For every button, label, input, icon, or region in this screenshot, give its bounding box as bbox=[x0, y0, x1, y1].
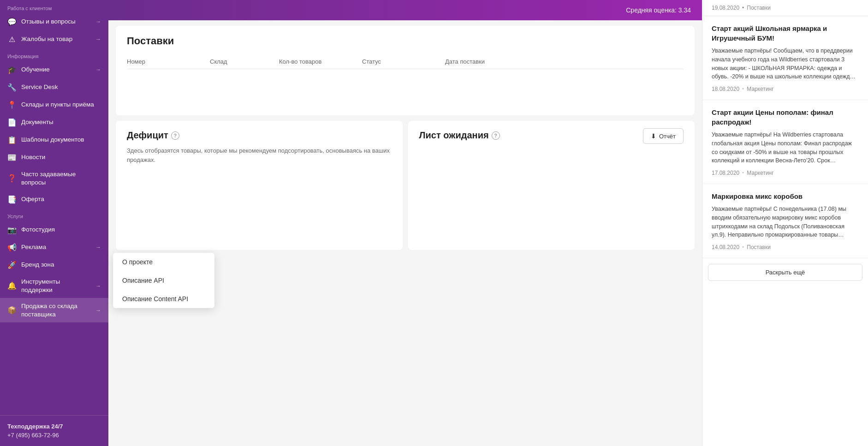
supplies-table-empty bbox=[127, 69, 684, 106]
sidebar-item-faq[interactable]: ❓Часто задаваемые вопросы bbox=[0, 166, 108, 190]
reviews-arrow-icon: → bbox=[95, 18, 101, 25]
deficit-panel: Дефицит ? Здесь отобразятся товары, кото… bbox=[116, 121, 403, 250]
news-date: 14.08.2020 bbox=[712, 244, 739, 250]
news-dot: • bbox=[742, 86, 744, 92]
supplies-column-header: Дата поставки bbox=[445, 58, 528, 65]
news-item-meta: 18.08.2020 • Маркетинг bbox=[712, 86, 859, 92]
servicedesk-label: Service Desk bbox=[21, 83, 101, 91]
supplier-stock-icon: 📦 bbox=[7, 306, 17, 315]
reviews-icon: 💬 bbox=[7, 17, 17, 26]
documents-label: Документы bbox=[21, 118, 101, 126]
center-panel: Средняя оценка: 3.34 Поставки НомерСклад… bbox=[108, 0, 702, 446]
ads-arrow-icon: → bbox=[95, 244, 101, 250]
faq-label: Часто задаваемые вопросы bbox=[21, 170, 101, 186]
sidebar-item-offer[interactable]: 📑Оферта bbox=[0, 190, 108, 208]
bottom-panels: Дефицит ? Здесь отобразятся товары, кото… bbox=[116, 121, 695, 250]
news-item-title: Маркировка микс коробов bbox=[712, 191, 859, 201]
news-item-top[interactable]: 19.08.2020 • Поставки bbox=[702, 0, 868, 16]
news-item-half-price[interactable]: Старт акции Цены пополам: финал распрода… bbox=[702, 100, 868, 184]
complaints-arrow-icon: → bbox=[95, 36, 101, 42]
sidebar-item-photostudio[interactable]: 📷Фотостудия bbox=[0, 221, 108, 238]
news-item-meta: 17.08.2020 • Маркетинг bbox=[712, 170, 859, 176]
main-content: Средняя оценка: 3.34 Поставки НомерСклад… bbox=[108, 0, 868, 446]
sidebar-item-education[interactable]: 🎓Обучение→ bbox=[0, 61, 108, 78]
sidebar-item-news[interactable]: 📰Новости bbox=[0, 149, 108, 166]
support-tools-icon: 🔔 bbox=[7, 281, 17, 291]
photostudio-label: Фотостудия bbox=[21, 226, 101, 234]
offer-label: Оферта bbox=[21, 195, 101, 203]
sidebar: Работа с клиентом💬Отзывы и вопросы→⚠Жало… bbox=[0, 0, 108, 446]
reviews-label: Отзывы и вопросы bbox=[21, 18, 91, 26]
right-panel: 19.08.2020 • Поставки Старт акций Школьн… bbox=[702, 0, 868, 446]
sidebar-section-label: Услуги bbox=[0, 208, 108, 221]
news-item-body: Уважаемые партнёры! С понедельника (17.0… bbox=[712, 205, 859, 239]
supplies-column-header: Номер bbox=[127, 58, 210, 65]
sidebar-section-label: Работа с клиентом bbox=[0, 0, 108, 13]
dropdown-item-api-desc[interactable]: Описание API bbox=[113, 271, 214, 290]
sidebar-item-documents[interactable]: 📄Документы bbox=[0, 113, 108, 131]
news-dot: • bbox=[742, 244, 744, 250]
support-phone: +7 (495) 663-72-96 bbox=[7, 432, 101, 439]
sidebar-section-label: Информация bbox=[0, 48, 108, 61]
sidebar-item-complaints[interactable]: ⚠Жалобы на товар→ bbox=[0, 30, 108, 48]
supplies-table-header: НомерСкладКол-во товаровСтатусДата поста… bbox=[127, 54, 684, 69]
news-item-mix-boxes[interactable]: Маркировка микс коробовУважаемые партнёр… bbox=[702, 184, 868, 258]
servicedesk-icon: 🔧 bbox=[7, 83, 17, 92]
brandzone-label: Бренд зона bbox=[21, 261, 101, 269]
support-title: Техподдержка 24/7 bbox=[7, 423, 101, 430]
sidebar-footer: Техподдержка 24/7 +7 (495) 663-72-96 bbox=[0, 415, 108, 446]
templates-label: Шаблоны документов bbox=[21, 136, 101, 144]
deficit-title: Дефицит ? bbox=[127, 130, 392, 141]
sidebar-item-support-tools[interactable]: 🔔Инструменты поддержки→ bbox=[0, 274, 108, 298]
waitlist-help-icon[interactable]: ? bbox=[492, 131, 500, 140]
dropdown-menu: О проектеОписание APIОписание Content AP… bbox=[113, 253, 214, 308]
news-label: Новости bbox=[21, 153, 101, 161]
sidebar-item-reviews[interactable]: 💬Отзывы и вопросы→ bbox=[0, 13, 108, 30]
warehouses-icon: 📍 bbox=[7, 100, 17, 109]
dropdown-item-about[interactable]: О проекте bbox=[113, 253, 214, 271]
templates-icon: 📋 bbox=[7, 135, 17, 144]
news-item-title: Старт акций Школьная ярмарка и Игрушечны… bbox=[712, 24, 859, 43]
sidebar-item-warehouses[interactable]: 📍Склады и пункты приёма bbox=[0, 96, 108, 113]
education-arrow-icon: → bbox=[95, 66, 101, 73]
photostudio-icon: 📷 bbox=[7, 225, 17, 234]
supplies-column-header: Склад bbox=[210, 58, 279, 65]
news-item-school-fair[interactable]: Старт акций Школьная ярмарка и Игрушечны… bbox=[702, 16, 868, 100]
news-top-dot: • bbox=[742, 5, 744, 11]
news-date: 18.08.2020 bbox=[712, 86, 739, 92]
deficit-help-icon[interactable]: ? bbox=[171, 131, 179, 140]
complaints-icon: ⚠ bbox=[7, 35, 17, 44]
news-top-meta: 19.08.2020 • Поставки bbox=[712, 5, 859, 11]
reveal-more-container: Раскрыть ещё bbox=[702, 258, 868, 286]
supplies-section: Поставки НомерСкладКол-во товаровСтатусД… bbox=[116, 26, 695, 115]
faq-icon: ❓ bbox=[7, 174, 17, 183]
deficit-description: Здесь отобразятся товары, которые мы рек… bbox=[127, 146, 392, 164]
rating-bar: Средняя оценка: 3.34 bbox=[108, 0, 702, 20]
waitlist-title: Лист ожидания ? bbox=[419, 130, 500, 141]
dropdown-item-content-api[interactable]: Описание Content API bbox=[113, 290, 214, 308]
documents-icon: 📄 bbox=[7, 118, 17, 127]
report-button[interactable]: ⬇ Отчёт bbox=[643, 128, 684, 144]
support-tools-arrow-icon: → bbox=[95, 283, 101, 289]
brandzone-icon: 🚀 bbox=[7, 260, 17, 269]
news-top-date: 19.08.2020 bbox=[712, 5, 739, 11]
supplies-column-header: Кол-во товаров bbox=[279, 58, 362, 65]
news-item-body: Уважаемые партнёры! На Wildberries старт… bbox=[712, 131, 859, 165]
warehouses-label: Склады и пункты приёма bbox=[21, 101, 101, 109]
sidebar-item-servicedesk[interactable]: 🔧Service Desk bbox=[0, 78, 108, 96]
news-item-meta: 14.08.2020 • Поставки bbox=[712, 244, 859, 250]
sidebar-item-brandzone[interactable]: 🚀Бренд зона bbox=[0, 256, 108, 274]
reveal-more-button[interactable]: Раскрыть ещё bbox=[708, 264, 862, 281]
complaints-label: Жалобы на товар bbox=[21, 35, 91, 43]
news-top-tag: Поставки bbox=[747, 5, 771, 11]
news-dot: • bbox=[742, 170, 744, 176]
rating-text: Средняя оценка: 3.34 bbox=[626, 6, 691, 14]
supplies-title: Поставки bbox=[127, 35, 684, 47]
news-item-title: Старт акции Цены пополам: финал распрода… bbox=[712, 107, 859, 127]
report-btn-label: Отчёт bbox=[659, 133, 676, 140]
sidebar-item-supplier-stock[interactable]: 📦Продажа со склада поставщика→ bbox=[0, 298, 108, 322]
sidebar-item-templates[interactable]: 📋Шаблоны документов bbox=[0, 131, 108, 149]
sidebar-item-ads[interactable]: 📢Реклама→ bbox=[0, 238, 108, 256]
ads-icon: 📢 bbox=[7, 243, 17, 252]
offer-icon: 📑 bbox=[7, 195, 17, 204]
